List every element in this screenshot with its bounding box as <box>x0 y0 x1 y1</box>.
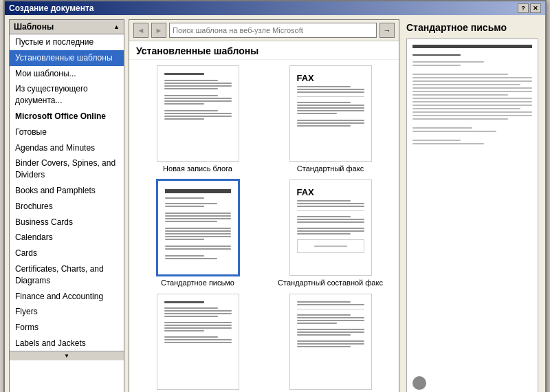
template-composite-fax-thumb[interactable]: FAX <box>289 179 372 276</box>
pv-line11 <box>412 98 532 99</box>
preview-document <box>406 39 538 392</box>
sidebar-item-agendas[interactable]: Agendas and Minutes <box>10 140 124 156</box>
sidebar-item-existing[interactable]: Из существующего документа... <box>10 81 124 109</box>
letter-line6 <box>165 218 231 219</box>
cfax-line4 <box>297 216 351 217</box>
sidebar-item-labels[interactable]: Labels and Jackets <box>10 336 124 351</box>
pv-line6 <box>412 80 532 82</box>
r2-line2 <box>297 304 364 305</box>
pv-line16 <box>412 115 532 116</box>
letter-line8 <box>165 228 231 229</box>
template-blog[interactable]: Новая запись блога <box>135 65 261 173</box>
sidebar: Шаблоны ▲ Пустые и последние Установленн… <box>9 19 124 392</box>
sidebar-item-cards[interactable]: Cards <box>10 246 124 261</box>
pv-line18 <box>412 127 472 129</box>
template-letter-thumb[interactable] <box>157 179 239 276</box>
letter-line5 <box>165 215 231 217</box>
blog-line2 <box>164 80 218 81</box>
sidebar-item-books[interactable]: Books and Pamphlets <box>10 183 124 199</box>
sidebar-item-flyers[interactable]: Flyers <box>10 304 124 320</box>
r2-line5 <box>297 320 364 321</box>
back-button[interactable]: ◄ <box>133 23 148 38</box>
sidebar-item-finance[interactable]: Finance and Accounting <box>10 289 124 305</box>
template-letter[interactable]: Стандартное письмо <box>135 179 261 287</box>
sidebar-item-binder[interactable]: Binder Covers, Spines, and Dividers <box>10 155 124 183</box>
template-fax-label: Стандартный факс <box>297 164 364 173</box>
sidebar-item-my[interactable]: Мои шаблоны... <box>10 66 124 82</box>
sidebar-item-forms[interactable]: Forms <box>10 320 124 336</box>
r1-line9 <box>164 330 205 331</box>
sidebar-item-installed[interactable]: Установленные шаблоны <box>10 50 124 66</box>
center-panel: ◄ ► → Установленные шаблоны <box>129 19 399 392</box>
fax-line8 <box>297 113 338 114</box>
templates-grid: Новая запись блога FAX <box>129 60 399 392</box>
cfax-line2 <box>297 203 364 204</box>
sidebar-scroll-up-icon[interactable]: ▲ <box>113 23 120 30</box>
sidebar-item-certificates[interactable]: Certificates, Charts, and Diagrams <box>10 261 124 289</box>
sidebar-title: Шаблоны <box>14 22 54 32</box>
template-blog-thumb[interactable] <box>157 65 239 162</box>
fax-line2 <box>297 89 364 90</box>
template-fax-thumb[interactable]: FAX <box>289 65 372 162</box>
blog-line6 <box>164 95 218 96</box>
r1-line8 <box>164 327 232 329</box>
sidebar-item-brochures[interactable]: Brochures <box>10 199 124 215</box>
dialog-title: Создание документа <box>9 3 94 13</box>
template-report1-thumb[interactable] <box>157 294 239 390</box>
pv-line15 <box>412 111 532 113</box>
r2-line9 <box>297 334 351 336</box>
cfax-line3 <box>297 206 364 207</box>
sidebar-item-calendars[interactable]: Calendars <box>10 230 124 246</box>
sidebar-scroll-down[interactable]: ▼ <box>10 351 124 360</box>
dialog-body: Шаблоны ▲ Пустые и последние Установленн… <box>5 15 545 392</box>
pv-line9 <box>412 91 532 92</box>
template-report1[interactable] <box>135 294 261 392</box>
pv-line21 <box>412 143 484 144</box>
template-fax[interactable]: FAX <box>267 65 393 173</box>
search-input[interactable] <box>169 23 377 38</box>
search-go-button[interactable]: → <box>380 23 395 38</box>
r1-line7 <box>164 325 232 326</box>
letter-line14 <box>165 248 231 250</box>
r1-line6 <box>164 322 232 323</box>
letter-line10 <box>165 233 231 235</box>
blog-line10 <box>164 110 218 111</box>
letter-line1 <box>165 197 205 199</box>
pv-line3 <box>412 65 461 66</box>
r2-line11 <box>297 343 364 345</box>
fax-line9 <box>297 120 364 121</box>
title-bar-buttons: ? ✕ <box>518 3 541 13</box>
sidebar-item-online[interactable]: Microsoft Office Online <box>10 109 124 124</box>
pv-line12 <box>412 101 532 102</box>
fax-line10 <box>297 122 364 124</box>
template-report2[interactable] <box>267 294 393 392</box>
r2-line10 <box>297 340 364 342</box>
title-bar: Создание документа ? ✕ <box>5 1 545 15</box>
close-button[interactable]: ✕ <box>530 3 541 13</box>
sidebar-item-ready[interactable]: Готовые <box>10 124 124 140</box>
r1-line2 <box>164 307 218 309</box>
template-report2-thumb[interactable] <box>289 294 372 390</box>
r1-line5 <box>164 316 218 317</box>
letter-line9 <box>165 230 231 232</box>
forward-button[interactable]: ► <box>151 23 166 38</box>
help-button[interactable]: ? <box>518 3 529 13</box>
pv-line8 <box>412 87 532 89</box>
cfax-line6 <box>297 221 364 223</box>
blog-line4 <box>164 85 232 87</box>
r1-line4 <box>164 313 232 314</box>
pv-line7 <box>412 84 520 85</box>
letter-thumb-content <box>162 185 234 270</box>
fax-line4 <box>297 102 351 103</box>
sidebar-item-blank[interactable]: Пустые и последние <box>10 34 124 50</box>
preview-circle-seal <box>412 376 426 390</box>
sidebar-item-business-cards[interactable]: Business Cards <box>10 215 124 230</box>
r2-line12 <box>297 346 351 347</box>
pv-line2 <box>412 61 484 63</box>
template-composite-fax[interactable]: FAX <box>267 179 393 287</box>
pv-line14 <box>412 108 520 109</box>
blog-thumb-content <box>162 70 234 157</box>
letter-line7 <box>165 221 218 222</box>
pv-line10 <box>412 94 508 96</box>
template-composite-fax-label: Стандартный составной факс <box>278 279 383 287</box>
